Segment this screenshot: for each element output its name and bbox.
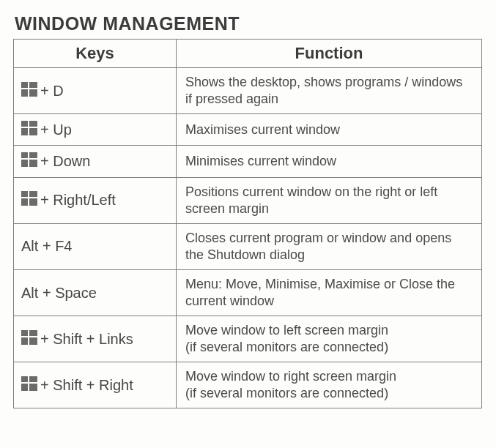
function-cell: Minimises current window <box>177 146 482 177</box>
keys-text: + Up <box>40 122 72 138</box>
windows-key-icon <box>21 191 37 206</box>
keys-text: + Down <box>40 154 90 170</box>
windows-key-icon <box>21 121 37 135</box>
section-title: WINDOW MANAGEMENT <box>15 13 483 34</box>
keys-text: + Shift + Right <box>40 377 133 393</box>
table-row: Alt + F4Closes current program or window… <box>14 223 482 269</box>
table-row: Alt + SpaceMenu: Move, Minimise, Maximis… <box>14 269 482 316</box>
windows-key-icon <box>21 152 37 167</box>
table-row: + DShows the desktop, shows programs / w… <box>14 68 482 114</box>
shortcut-table: Keys Function + DShows the desktop, show… <box>13 39 482 408</box>
keys-text: Alt + F4 <box>21 239 72 255</box>
windows-key-icon <box>21 82 37 97</box>
table-row: + UpMaximises current window <box>14 114 482 146</box>
function-cell: Closes current program or window and ope… <box>177 223 482 269</box>
keys-cell: + Shift + Right <box>14 362 177 408</box>
keys-cell: + Down <box>14 146 177 177</box>
keys-cell: + Right/Left <box>14 177 177 223</box>
function-cell: Move window to left screen margin(if sev… <box>177 316 482 362</box>
keys-cell: Alt + F4 <box>14 223 177 269</box>
keys-cell: + D <box>14 68 177 114</box>
header-keys: Keys <box>14 40 177 68</box>
table-row: + Right/LeftPositions current window on … <box>14 177 482 223</box>
keys-text: Alt + Space <box>21 285 97 301</box>
function-cell: Shows the desktop, shows programs / wind… <box>177 68 482 114</box>
keys-cell: Alt + Space <box>14 269 177 316</box>
function-cell: Maximises current window <box>177 114 482 146</box>
header-function: Function <box>177 40 482 68</box>
table-row: + DownMinimises current window <box>14 146 482 177</box>
function-cell: Move window to right screen margin(if se… <box>177 362 482 408</box>
windows-key-icon <box>21 330 37 345</box>
keys-cell: + Shift + Links <box>14 316 177 362</box>
table-header-row: Keys Function <box>14 40 482 68</box>
keys-text: + Shift + Links <box>40 331 133 347</box>
keys-text: + Right/Left <box>40 193 116 209</box>
keys-text: + D <box>40 83 64 99</box>
table-row: + Shift + RightMove window to right scre… <box>14 362 482 408</box>
windows-key-icon <box>21 376 37 391</box>
function-cell: Positions current window on the right or… <box>177 177 482 223</box>
keys-cell: + Up <box>14 114 177 146</box>
function-cell: Menu: Move, Minimise, Maximise or Close … <box>177 269 482 316</box>
table-row: + Shift + LinksMove window to left scree… <box>14 316 482 362</box>
